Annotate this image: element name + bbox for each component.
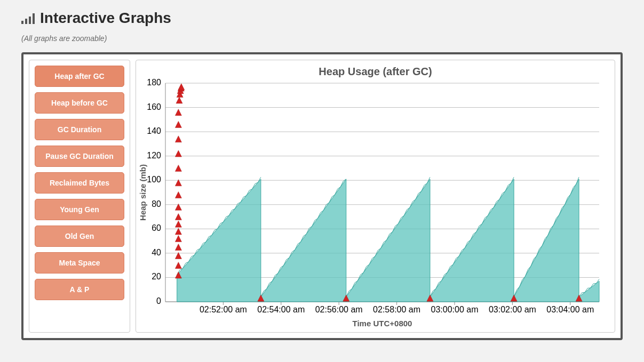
triangle-marker	[175, 262, 181, 269]
x-tick-label: 03:02:00 am	[489, 305, 536, 314]
triangle-marker	[176, 97, 182, 103]
sidebar-item-old-gen[interactable]: Old Gen	[35, 226, 124, 247]
y-axis-label: Heap size (mb)	[138, 164, 147, 221]
sidebar-item-label: Pause GC Duration	[45, 152, 114, 160]
sidebar-item-heap-after-gc[interactable]: Heap after GC	[35, 66, 124, 87]
sidebar-item-young-gen[interactable]: Young Gen	[35, 199, 124, 220]
y-tick-label: 140	[147, 126, 161, 135]
x-tick-label: 02:54:00 am	[257, 305, 305, 314]
triangle-marker	[175, 221, 181, 227]
sidebar-item-pause-gc-duration[interactable]: Pause GC Duration	[35, 146, 124, 167]
sidebar-item-reclaimed-bytes[interactable]: Reclaimed Bytes	[35, 172, 124, 194]
y-tick-label: 160	[147, 102, 161, 111]
heap-area-series	[177, 179, 599, 302]
triangle-marker	[175, 236, 181, 242]
sidebar-item-label: Young Gen	[60, 205, 99, 214]
triangle-marker	[175, 214, 181, 220]
y-tick-label: 180	[147, 78, 161, 87]
x-axis-label: Time UTC+0800	[353, 319, 412, 328]
sidebar-item-label: GC Duration	[58, 125, 101, 134]
y-tick-label: 0	[156, 296, 161, 305]
chart-selector-sidebar: Heap after GCHeap before GCGC DurationPa…	[29, 60, 130, 333]
chart-area[interactable]: Heap Usage (after GC) 020406080100120140…	[136, 60, 615, 333]
triangle-marker	[175, 136, 181, 142]
page-subtitle: (All graphs are zoomable)	[21, 34, 623, 43]
y-tick-label: 40	[152, 248, 161, 257]
sidebar-item-label: Old Gen	[65, 232, 94, 240]
y-tick-label: 80	[152, 199, 161, 208]
triangle-marker	[178, 84, 185, 90]
page-title: Interactive Graphs	[40, 10, 171, 27]
x-tick-label: 02:58:00 am	[373, 305, 420, 314]
sidebar-item-label: Meta Space	[59, 259, 100, 267]
sidebar-item-gc-duration[interactable]: GC Duration	[35, 119, 124, 140]
bar-chart-icon	[21, 12, 35, 24]
sidebar-item-meta-space[interactable]: Meta Space	[35, 252, 124, 273]
sidebar-item-label: Heap after GC	[54, 72, 104, 81]
triangle-marker	[175, 109, 181, 116]
y-tick-label: 20	[152, 272, 161, 281]
x-tick-label: 03:04:00 am	[546, 305, 594, 314]
chart-svg[interactable]: 02040608010012014016018002:52:00 am02:54…	[136, 78, 606, 333]
triangle-marker	[175, 192, 181, 198]
triangle-marker	[175, 121, 181, 127]
y-tick-label: 100	[147, 175, 161, 184]
sidebar-item-label: A & P	[70, 285, 90, 294]
sidebar-item-label: Heap before GC	[51, 99, 108, 107]
x-tick-label: 02:56:00 am	[315, 305, 363, 314]
y-tick-label: 120	[147, 151, 161, 160]
x-tick-label: 03:00:00 am	[431, 305, 479, 314]
triangle-marker	[175, 150, 181, 157]
sidebar-item-a-p[interactable]: A & P	[35, 279, 124, 300]
sidebar-item-label: Reclaimed Bytes	[50, 179, 109, 187]
graphs-panel: Heap after GCHeap before GCGC DurationPa…	[21, 52, 623, 340]
triangle-marker	[175, 165, 181, 171]
y-tick-label: 60	[152, 223, 161, 232]
chart-title: Heap Usage (after GC)	[136, 66, 615, 78]
triangle-marker	[175, 244, 181, 251]
x-tick-label: 02:52:00 am	[200, 305, 247, 314]
sidebar-item-heap-before-gc[interactable]: Heap before GC	[35, 92, 124, 114]
